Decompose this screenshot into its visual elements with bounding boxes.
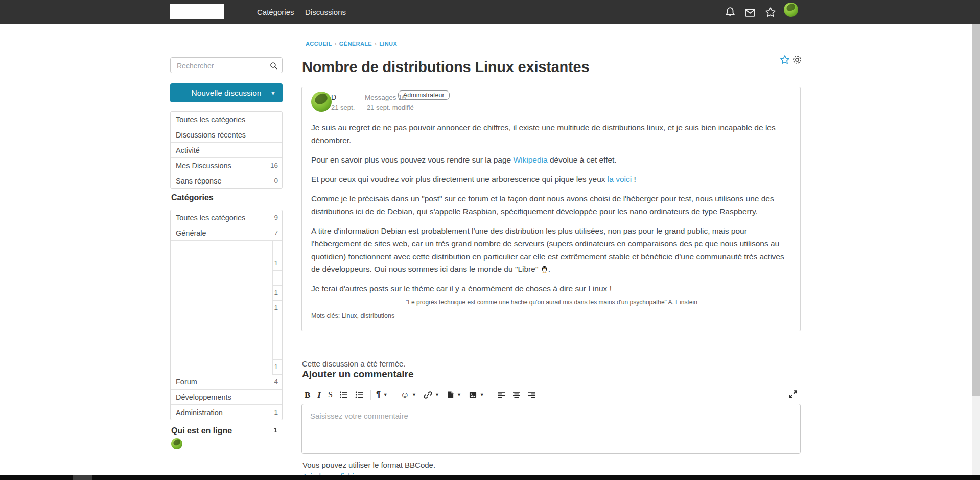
chevron-down-icon[interactable]: ▼: [383, 392, 388, 397]
toolbar-file-button[interactable]: ▼: [447, 391, 461, 399]
category-row[interactable]: Administration1: [171, 404, 282, 420]
bookmarks-star-icon[interactable]: [765, 7, 776, 18]
post-paragraph: Et pour ceux qui voudrez voir plus direc…: [311, 173, 792, 186]
category-label: Générale: [171, 229, 274, 237]
category-row-blank[interactable]: 1: [171, 359, 282, 374]
breadcrumb-current[interactable]: LINUX: [379, 41, 397, 47]
sidebar-nav-item[interactable]: Activité: [171, 142, 282, 157]
bbcode-note: Vous pouvez utiliser le format BBCode.: [302, 461, 435, 469]
category-count: [272, 345, 282, 360]
editor-toolbar: BIS¶▼☺▼▼▼▼: [305, 386, 780, 403]
inline-link[interactable]: Wikipedia: [513, 155, 547, 164]
signature: "Le progrès technique est comme une hach…: [311, 293, 792, 306]
online-user-avatar[interactable]: [171, 438, 182, 449]
nav-discussions[interactable]: Discussions: [305, 0, 346, 24]
page-title: Nombre de distributions Linux existantes: [302, 59, 589, 76]
toolbar-unordered-list-button[interactable]: [355, 391, 363, 399]
site-logo[interactable]: [170, 4, 224, 19]
breadcrumb-category[interactable]: GÉNÉRALE: [339, 41, 372, 47]
category-row-blank[interactable]: [171, 240, 282, 256]
category-count: 1: [272, 256, 282, 271]
toolbar-image-button[interactable]: ▼: [469, 391, 484, 399]
user-avatar[interactable]: [784, 3, 798, 17]
sidebar-nav-item-count: 16: [270, 162, 282, 169]
category-label: Forum: [171, 378, 274, 386]
category-row-blank[interactable]: [171, 270, 282, 285]
vertical-scrollbar[interactable]: [972, 24, 980, 480]
category-row-blank[interactable]: 1: [171, 256, 282, 270]
toolbar-align-left-button[interactable]: [497, 391, 505, 399]
category-row[interactable]: Développements: [171, 389, 282, 404]
post-edited-date: 21 sept. modifié: [367, 104, 414, 111]
toolbar-divider: [395, 390, 395, 400]
toolbar-paragraph-button[interactable]: ¶▼: [376, 391, 388, 399]
toolbar-emoji-button[interactable]: ☺▼: [401, 391, 416, 399]
sidebar-nav-item[interactable]: Mes Discussions16: [171, 157, 282, 173]
toolbar-italic-button[interactable]: I: [317, 391, 321, 399]
author-name[interactable]: D: [331, 93, 336, 101]
comment-input[interactable]: [301, 404, 801, 454]
follow-star-icon[interactable]: [780, 55, 790, 65]
toolbar-strikethrough-button[interactable]: S: [328, 391, 333, 399]
search-box: [170, 57, 283, 73]
sidebar-nav-item[interactable]: Sans réponse0: [171, 173, 282, 188]
online-heading: Qui est en ligne 1: [171, 426, 278, 436]
categories-heading: Catégories: [171, 193, 214, 202]
category-row[interactable]: Toutes les catégories9: [171, 210, 282, 225]
new-discussion-button[interactable]: Nouvelle discussion ▼: [170, 83, 283, 102]
chevron-down-icon[interactable]: ▼: [270, 90, 276, 96]
breadcrumb: ACCUEIL›GÉNÉRALE›LINUX: [306, 41, 397, 47]
settings-gear-icon[interactable]: [791, 54, 803, 65]
toolbar-link-button[interactable]: ▼: [424, 391, 439, 399]
category-count: 1: [272, 359, 282, 375]
breadcrumb-separator: ›: [375, 41, 377, 47]
online-heading-label: Qui est en ligne: [171, 426, 232, 436]
online-count: 1: [273, 426, 278, 436]
category-row[interactable]: Générale7: [171, 225, 282, 240]
category-count: [272, 315, 282, 330]
sidebar-nav-item-label: Discussions récentes: [171, 131, 278, 139]
search-input[interactable]: [176, 58, 270, 73]
chevron-down-icon[interactable]: ▼: [412, 392, 416, 397]
sidebar-nav-item[interactable]: Toutes les catégories: [171, 112, 282, 127]
post-body: Je suis au regret de ne pas pouvoir anno…: [311, 121, 792, 293]
breadcrumb-home[interactable]: ACCUEIL: [306, 41, 332, 47]
toolbar-bold-button[interactable]: B: [305, 391, 310, 399]
post-paragraph: Je suis au regret de ne pas pouvoir anno…: [311, 121, 792, 147]
chevron-down-icon[interactable]: ▼: [480, 392, 484, 397]
category-count: [272, 330, 282, 345]
scrollbar-thumb[interactable]: [972, 24, 980, 396]
nav-categories[interactable]: Catégories: [257, 0, 294, 24]
post-paragraph: Pour en savoir plus vous pouvez vous ren…: [311, 153, 792, 166]
toolbar-align-right-button[interactable]: [528, 391, 536, 399]
category-count: 7: [274, 229, 282, 237]
post-paragraph: A titre d'information Debian est probabl…: [311, 224, 792, 276]
category-count: [272, 270, 282, 286]
inline-link[interactable]: la voici: [608, 175, 632, 184]
messages-envelope-icon[interactable]: [744, 7, 756, 18]
category-label: Administration: [171, 408, 274, 417]
author-avatar[interactable]: [311, 92, 332, 112]
penguin-emoji-icon: [541, 265, 548, 273]
category-label: Toutes les catégories: [171, 214, 274, 222]
chevron-down-icon[interactable]: ▼: [457, 392, 461, 397]
notifications-bell-icon[interactable]: [725, 7, 736, 18]
toolbar-align-center-button[interactable]: [512, 391, 521, 399]
add-comment-heading: Ajouter un commentaire: [302, 369, 414, 380]
sidebar-categories-list: Toutes les catégories9Générale71111Forum…: [170, 210, 283, 420]
chevron-down-icon[interactable]: ▼: [435, 392, 439, 397]
category-row[interactable]: Forum4: [171, 374, 282, 389]
search-icon[interactable]: [269, 61, 278, 70]
category-row-blank[interactable]: [171, 330, 282, 345]
sidebar-nav-item-label: Activité: [171, 146, 278, 154]
category-row-blank[interactable]: 1: [171, 300, 282, 315]
category-row-blank[interactable]: 1: [171, 285, 282, 300]
category-row-blank[interactable]: [171, 315, 282, 330]
sidebar-nav-item[interactable]: Discussions récentes: [171, 127, 282, 142]
sidebar-nav-item-count: 0: [274, 177, 282, 185]
bottom-bar: [0, 475, 980, 480]
toolbar-ordered-list-button[interactable]: [340, 391, 348, 399]
fullscreen-expand-icon[interactable]: [788, 390, 798, 399]
category-count: 1: [272, 285, 282, 301]
category-row-blank[interactable]: [171, 345, 282, 359]
